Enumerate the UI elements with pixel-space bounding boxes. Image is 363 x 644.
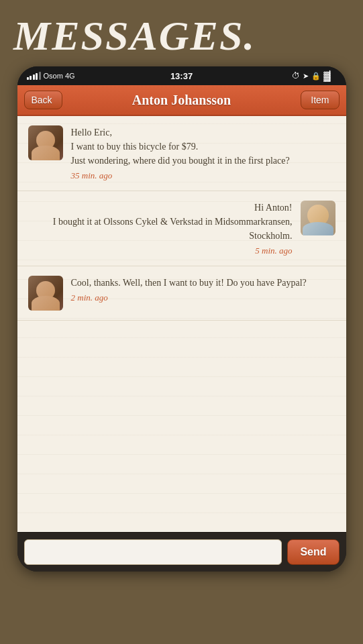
message-text: Hello Eric,I want to buy this bicycle fo… <box>71 125 335 168</box>
avatar <box>28 276 63 311</box>
message-text: Cool, thanks. Well, then I want to buy i… <box>71 276 335 290</box>
clock-icon: ⏱ <box>292 71 300 80</box>
input-area: Send <box>17 532 346 572</box>
message-row: Hello Eric,I want to buy this bicycle fo… <box>17 116 346 191</box>
send-button[interactable]: Send <box>287 539 339 565</box>
message-time: 35 min. ago <box>71 170 335 181</box>
status-time: 13:37 <box>170 71 193 81</box>
signal-bars <box>27 72 41 80</box>
messages-area: Hello Eric,I want to buy this bicycle fo… <box>17 116 346 532</box>
phone-frame: Osom 4G 13:37 ⏱ ➤ 🔒 ▓▏ Back Anton Johans… <box>17 66 346 572</box>
signal-bar-2 <box>30 76 32 80</box>
location-icon: ➤ <box>303 72 309 80</box>
message-row: Cool, thanks. Well, then I want to buy i… <box>17 266 346 321</box>
nav-title: Anton Johansson <box>132 93 231 108</box>
status-bar: Osom 4G 13:37 ⏱ ➤ 🔒 ▓▏ <box>17 66 346 85</box>
message-content: Hi Anton!I bought it at Olssons Cykel & … <box>28 201 293 256</box>
app-title: MESSAGES. <box>13 12 350 60</box>
battery-icon: ▓▏ <box>323 70 336 81</box>
avatar <box>301 201 335 235</box>
status-icons: ⏱ ➤ 🔒 ▓▏ <box>292 70 336 81</box>
signal-bar-1 <box>27 77 29 80</box>
carrier-label: Osom 4G <box>44 72 75 80</box>
signal-bar-5 <box>39 72 41 80</box>
message-content: Hello Eric,I want to buy this bicycle fo… <box>71 125 335 181</box>
avatar <box>28 125 63 160</box>
message-time: 5 min. ago <box>28 246 293 256</box>
nav-bar: Back Anton Johansson Item <box>17 85 346 116</box>
message-time: 2 min. ago <box>71 292 335 303</box>
status-left: Osom 4G <box>27 72 75 80</box>
back-button[interactable]: Back <box>24 91 62 109</box>
message-row: Hi Anton!I bought it at Olssons Cykel & … <box>17 191 346 266</box>
empty-space <box>17 321 346 508</box>
title-area: MESSAGES. <box>0 0 363 66</box>
lock-icon: 🔒 <box>311 72 321 80</box>
signal-bar-4 <box>36 73 38 80</box>
item-button[interactable]: Item <box>301 91 339 109</box>
signal-bar-3 <box>33 74 35 80</box>
message-text: Hi Anton!I bought it at Olssons Cykel & … <box>28 201 293 243</box>
message-input[interactable] <box>24 539 282 565</box>
message-content: Cool, thanks. Well, then I want to buy i… <box>71 276 335 303</box>
